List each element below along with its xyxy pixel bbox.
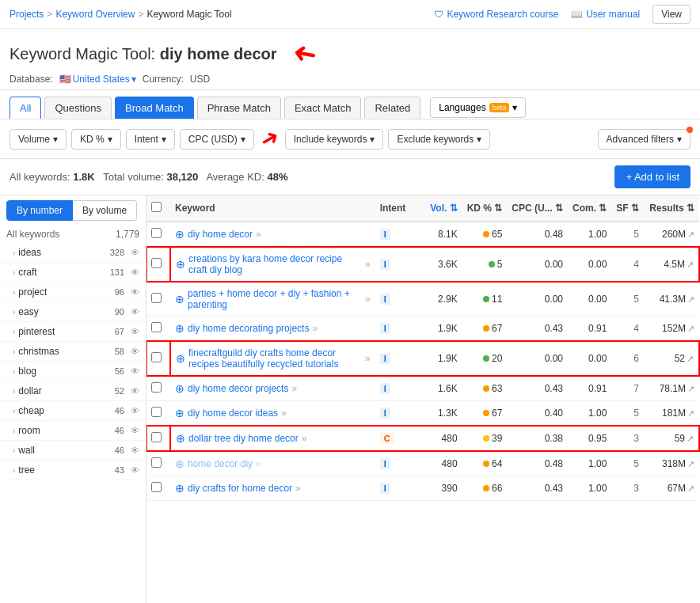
row-checkbox[interactable] <box>151 457 162 468</box>
intent-cell: I <box>375 476 419 501</box>
research-link[interactable]: 🛡 Keyword Research course <box>434 9 558 20</box>
row-checkbox[interactable] <box>151 352 162 362</box>
add-to-list-button[interactable]: + Add to list <box>614 165 690 188</box>
eye-icon[interactable]: 👁 <box>131 465 139 475</box>
page-header: Keyword Magic Tool: diy home decor ➜ Dat… <box>0 29 700 90</box>
eye-icon[interactable]: 👁 <box>131 327 139 336</box>
keyword-cell: ⊕ diy home decor ideas » <box>170 401 375 427</box>
intent-filter[interactable]: Intent ▾ <box>126 129 175 150</box>
th-results[interactable]: Results ⇅ <box>644 195 699 222</box>
eye-icon[interactable]: 👁 <box>131 307 139 317</box>
plus-icon: ⊕ <box>175 407 185 419</box>
keyword-item[interactable]: › blog 56 👁 <box>0 362 146 381</box>
eye-icon[interactable]: 👁 <box>131 406 139 415</box>
row-checkbox[interactable] <box>151 407 162 417</box>
eye-icon[interactable]: 👁 <box>131 366 139 376</box>
th-intent: Intent <box>375 195 419 222</box>
com-cell: 0.00 <box>568 282 611 317</box>
volume-filter[interactable]: Volume ▾ <box>10 129 67 150</box>
keyword-item[interactable]: › pinterest 67 👁 <box>0 322 146 342</box>
include-keywords-filter[interactable]: Include keywords ▾ <box>285 129 384 150</box>
keyword-item-label: room <box>18 425 40 436</box>
keyword-item-left: › tree <box>13 465 35 476</box>
com-cell: 0.00 <box>568 341 611 376</box>
eye-icon[interactable]: 👁 <box>131 426 139 435</box>
keyword-item[interactable]: › project 96 👁 <box>0 283 146 302</box>
keyword-link[interactable]: ⊕ diy home decor projects » <box>175 382 371 395</box>
keyword-link[interactable]: ⊕ diy home decorating projects » <box>175 322 371 335</box>
th-volume[interactable]: Vol. ⇅ <box>419 195 462 222</box>
eye-icon[interactable]: 👁 <box>131 267 139 277</box>
intent-badge: I <box>380 408 390 419</box>
keyword-link[interactable]: ⊕ home decor diy » <box>175 457 371 470</box>
keyword-item[interactable]: › dollar 52 👁 <box>0 381 146 401</box>
eye-icon[interactable]: 👁 <box>131 386 139 396</box>
th-com[interactable]: Com. ⇅ <box>568 195 611 222</box>
row-checkbox[interactable] <box>151 258 162 268</box>
manual-link[interactable]: 📖 User manual <box>571 9 640 20</box>
th-kd[interactable]: KD % ⇅ <box>462 195 508 222</box>
breadcrumb-keyword-overview[interactable]: Keyword Overview <box>55 9 135 20</box>
advanced-filters-dot <box>687 127 693 133</box>
chevron-right-icon: › <box>13 288 15 297</box>
keyword-link[interactable]: ⊕ diy home decor » <box>175 228 371 241</box>
keyword-link[interactable]: ⊕ finecraftguild diy crafts home decor r… <box>176 347 371 370</box>
tab-related[interactable]: Related <box>364 97 420 119</box>
eye-icon[interactable]: 👁 <box>131 287 139 297</box>
sf-cell: 3 <box>611 426 644 451</box>
exclude-keywords-filter[interactable]: Exclude keywords ▾ <box>388 129 490 150</box>
keyword-item[interactable]: › ideas 328 👁 <box>0 243 146 263</box>
th-sf[interactable]: SF ⇅ <box>611 195 644 222</box>
keyword-item[interactable]: › cheap 46 👁 <box>0 401 146 421</box>
keyword-group-header: All keywords 1,779 <box>0 226 146 243</box>
keyword-item-left: › room <box>13 425 40 436</box>
tab-broad-match[interactable]: Broad Match <box>115 97 194 119</box>
row-checkbox[interactable] <box>151 432 162 442</box>
row-checkbox[interactable] <box>151 482 162 492</box>
by-volume-toggle[interactable]: By volume <box>73 200 137 221</box>
select-all-checkbox[interactable] <box>151 202 162 212</box>
by-number-toggle[interactable]: By number <box>6 200 73 221</box>
country-selector[interactable]: 🇺🇸 United States ▾ <box>59 74 136 85</box>
tab-exact-match[interactable]: Exact Match <box>284 97 362 119</box>
languages-button[interactable]: Languages beta ▾ <box>430 97 526 118</box>
eye-icon[interactable]: 👁 <box>131 248 139 257</box>
keyword-item-label: craft <box>18 267 36 278</box>
cpc-filter[interactable]: CPC (USD) ▾ <box>180 129 254 150</box>
sort-icon: ⇅ <box>494 203 502 214</box>
keyword-link[interactable]: ⊕ diy home decor ideas » <box>175 407 371 419</box>
keyword-item-right: 67 👁 <box>115 327 139 336</box>
keyword-text: diy crafts for home decor <box>188 483 292 494</box>
keyword-item[interactable]: › christmas 58 👁 <box>0 342 146 362</box>
keyword-link[interactable]: ⊕ dollar tree diy home decor » <box>176 432 371 445</box>
eye-icon[interactable]: 👁 <box>131 347 139 356</box>
kd-filter[interactable]: KD % ▾ <box>71 129 121 150</box>
row-checkbox[interactable] <box>151 293 162 303</box>
tab-questions[interactable]: Questions <box>44 97 112 119</box>
row-checkbox[interactable] <box>151 322 162 332</box>
eye-icon[interactable]: 👁 <box>131 446 139 455</box>
keyword-cell: ⊕ diy crafts for home decor » <box>170 476 375 501</box>
keyword-cell: ⊕ parties + home decor + diy + fashion +… <box>170 282 375 317</box>
keyword-item[interactable]: › room 46 👁 <box>0 421 146 441</box>
keyword-link[interactable]: ⊕ parties + home decor + diy + fashion +… <box>175 288 371 310</box>
external-link-icon: ↗ <box>687 484 694 493</box>
view-button[interactable]: View <box>652 5 690 24</box>
advanced-filters-button[interactable]: Advanced filters ▾ <box>598 129 690 150</box>
keyword-link[interactable]: ⊕ diy crafts for home decor » <box>175 482 371 495</box>
tab-phrase-match[interactable]: Phrase Match <box>197 97 281 119</box>
keyword-item-count: 46 <box>115 406 124 415</box>
keyword-item[interactable]: › tree 43 👁 <box>0 461 146 480</box>
th-cpc[interactable]: CPC (U... ⇅ <box>507 195 568 222</box>
top-nav-right: 🛡 Keyword Research course 📖 User manual … <box>434 5 690 24</box>
row-checkbox[interactable] <box>151 228 162 238</box>
row-checkbox[interactable] <box>151 382 162 393</box>
external-link-icon: ↗ <box>687 354 694 363</box>
external-link-icon: ↗ <box>687 229 694 239</box>
keyword-item[interactable]: › easy 90 👁 <box>0 302 146 322</box>
tab-all[interactable]: All <box>10 97 41 119</box>
keyword-item[interactable]: › craft 131 👁 <box>0 263 146 283</box>
keyword-item[interactable]: › wall 46 👁 <box>0 441 146 461</box>
breadcrumb-projects[interactable]: Projects <box>10 9 44 20</box>
keyword-link[interactable]: ⊕ creations by kara home decor recipe cr… <box>176 253 371 275</box>
